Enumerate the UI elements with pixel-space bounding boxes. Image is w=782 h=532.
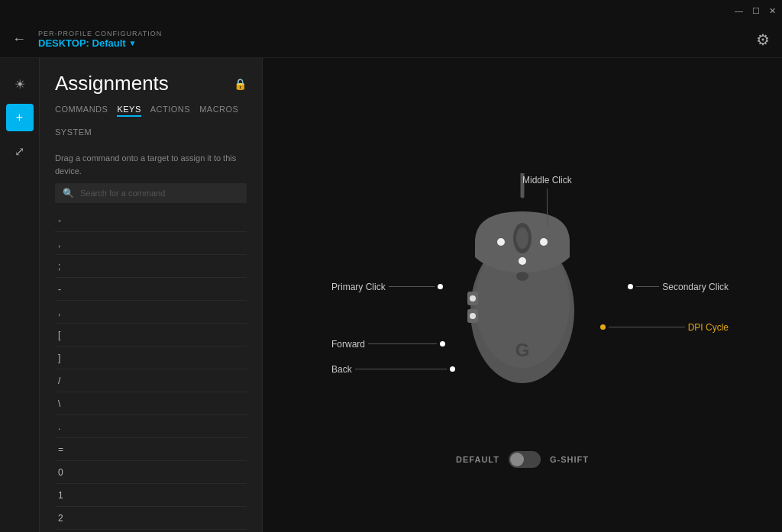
toggle-knob <box>510 453 524 466</box>
gshift-toggle-label: G-SHIFT <box>550 455 589 464</box>
toggle-switch[interactable] <box>509 451 541 468</box>
titlebar-controls: — ☐ ✕ <box>735 6 776 16</box>
list-item[interactable]: [ <box>55 324 247 347</box>
forward-label: Forward <box>331 339 365 350</box>
svg-point-5 <box>516 227 528 249</box>
config-label: PER-PROFILE CONFIGURATION <box>38 30 162 37</box>
tab-keys[interactable]: KEYS <box>117 103 141 117</box>
assignments-panel: Assignments 🔒 COMMANDS KEYS ACTIONS MACR… <box>40 58 263 532</box>
back-button[interactable]: ← <box>12 31 26 47</box>
dpi-cycle-label: DPI Cycle <box>688 322 729 333</box>
profile-selector[interactable]: DESKTOP: Default ▼ <box>38 37 162 49</box>
list-item[interactable]: 1 <box>55 484 247 507</box>
list-item[interactable]: ; <box>55 255 247 278</box>
list-item[interactable]: ] <box>55 347 247 369</box>
mouse-diagram: G Middle Click Primary Click Secondary C… <box>309 105 736 486</box>
svg-point-11 <box>519 257 526 265</box>
tab-actions[interactable]: ACTIONS <box>150 103 190 117</box>
minimize-button[interactable]: — <box>735 6 743 15</box>
list-item[interactable]: / <box>55 369 247 392</box>
svg-point-13 <box>470 295 476 301</box>
list-item[interactable]: 0 <box>55 461 247 484</box>
main-content: G Middle Click Primary Click Secondary C… <box>263 58 782 532</box>
list-item[interactable]: 2 <box>55 507 247 530</box>
svg-point-14 <box>470 313 476 319</box>
profile-caret-icon: ▼ <box>129 39 137 47</box>
list-item[interactable]: - <box>55 209 247 232</box>
maximize-button[interactable]: ☐ <box>752 6 760 16</box>
list-item[interactable]: - <box>55 278 247 301</box>
sidebar-item-add[interactable]: + <box>6 104 34 131</box>
list-item[interactable]: , <box>55 232 247 255</box>
tabs: COMMANDS KEYS ACTIONS MACROS SYSTEM <box>40 103 262 140</box>
primary-click-label: Primary Click <box>331 282 386 292</box>
bottom-toggle: DEFAULT G-SHIFT <box>456 451 589 468</box>
tab-commands[interactable]: COMMANDS <box>55 103 108 117</box>
close-button[interactable]: ✕ <box>769 6 776 16</box>
default-toggle-label: DEFAULT <box>456 455 499 464</box>
svg-point-9 <box>497 238 505 246</box>
panel-header: Assignments 🔒 <box>40 58 262 103</box>
header-info: PER-PROFILE CONFIGURATION DESKTOP: Defau… <box>38 30 162 49</box>
panel-title: Assignments <box>55 72 169 95</box>
command-list: - , ; - , [ ] / \ . = 0 1 2 3 <box>40 209 262 532</box>
secondary-click-label: Secondary Click <box>662 282 729 292</box>
list-item[interactable]: . <box>55 415 247 438</box>
svg-text:G: G <box>515 340 530 360</box>
list-item[interactable]: , <box>55 301 247 324</box>
settings-icon[interactable]: ⚙ <box>756 31 770 49</box>
header: ← PER-PROFILE CONFIGURATION DESKTOP: Def… <box>0 21 782 58</box>
back-label: Back <box>331 364 352 375</box>
titlebar: — ☐ ✕ <box>0 0 782 21</box>
icon-sidebar: ☀ + ⤢ <box>0 58 40 532</box>
search-box[interactable]: 🔍 <box>55 183 247 203</box>
lock-icon: 🔒 <box>234 78 247 90</box>
panel-description: Drag a command onto a target to assign i… <box>40 143 262 183</box>
sidebar-item-brightness[interactable]: ☀ <box>6 70 34 98</box>
list-item[interactable]: = <box>55 438 247 461</box>
svg-point-8 <box>516 272 528 281</box>
sidebar-item-move[interactable]: ⤢ <box>6 137 34 165</box>
middle-click-label: Middle Click <box>522 175 572 185</box>
tab-macros[interactable]: MACROS <box>199 103 238 117</box>
search-icon: 🔍 <box>63 188 74 198</box>
search-input[interactable] <box>80 189 239 198</box>
profile-name: DESKTOP: Default <box>38 37 126 49</box>
tab-system[interactable]: SYSTEM <box>55 126 92 140</box>
svg-point-10 <box>540 238 548 246</box>
list-item[interactable]: \ <box>55 392 247 415</box>
